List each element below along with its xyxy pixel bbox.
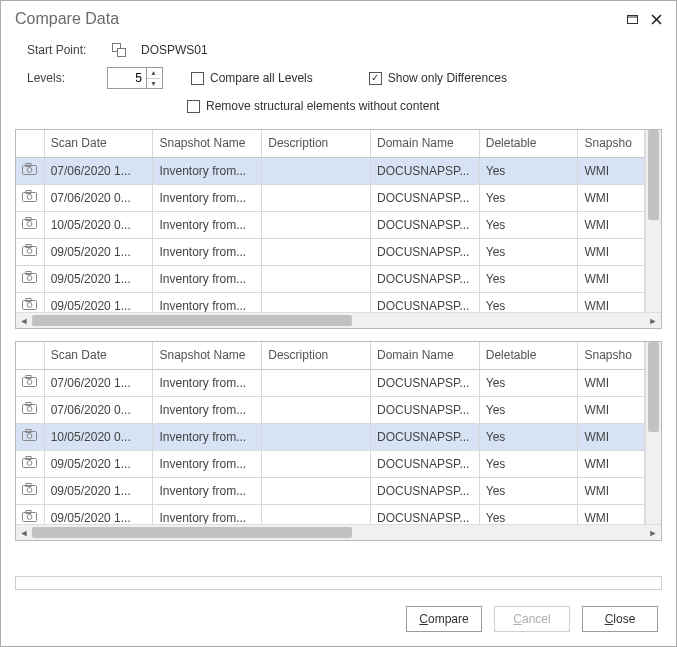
cell-domain-name: DOCUSNAPSP... (370, 238, 479, 265)
cell-scan-date: 10/05/2020 0... (44, 211, 153, 238)
dialog-title: Compare Data (15, 10, 618, 28)
cell-snapshot-name: Inventory from... (153, 265, 262, 292)
scroll-right-icon[interactable]: ► (645, 313, 661, 329)
remove-structural-label: Remove structural elements without conte… (206, 99, 439, 113)
svg-point-41 (27, 515, 32, 520)
cell-snapshot-type: WMI (578, 477, 645, 504)
cell-scan-date: 09/05/2020 1... (44, 504, 153, 524)
maximize-button[interactable] (622, 9, 642, 29)
snapshot-grid-bottom[interactable]: Scan DateSnapshot NameDescriptionDomain … (15, 341, 662, 541)
cell-snapshot-name: Inventory from... (153, 238, 262, 265)
cell-scan-date: 09/05/2020 1... (44, 238, 153, 265)
svg-point-29 (27, 407, 32, 412)
cell-snapshot-name: Inventory from... (153, 211, 262, 238)
vertical-scrollbar[interactable] (645, 130, 661, 312)
col-description[interactable]: Description (262, 342, 371, 369)
checkbox-box-icon (187, 100, 200, 113)
close-button[interactable]: Close (582, 606, 658, 632)
table-row[interactable]: 10/05/2020 0...Inventory from...DOCUSNAP… (16, 423, 645, 450)
svg-point-11 (27, 195, 32, 200)
scroll-left-icon[interactable]: ◄ (16, 313, 32, 329)
cell-snapshot-name: Inventory from... (153, 396, 262, 423)
table-row[interactable]: 09/05/2020 1...Inventory from...DOCUSNAP… (16, 504, 645, 524)
cell-snapshot-type: WMI (578, 211, 645, 238)
col-scan-date[interactable]: Scan Date (44, 342, 153, 369)
col-icon[interactable] (16, 342, 44, 369)
cell-snapshot-name: Inventory from... (153, 477, 262, 504)
camera-icon (16, 396, 44, 423)
checkbox-box-icon (191, 72, 204, 85)
cell-deletable: Yes (479, 184, 578, 211)
table-row[interactable]: 07/06/2020 0...Inventory from...DOCUSNAP… (16, 396, 645, 423)
camera-icon (16, 238, 44, 265)
table-row[interactable]: 09/05/2020 1...Inventory from...DOCUSNAP… (16, 265, 645, 292)
vertical-scrollbar[interactable] (645, 342, 661, 524)
snapshot-grid-top[interactable]: Scan DateSnapshot NameDescriptionDomain … (15, 129, 662, 329)
close-icon[interactable] (646, 9, 666, 29)
camera-icon (16, 157, 44, 184)
table-row[interactable]: 07/06/2020 0...Inventory from...DOCUSNAP… (16, 184, 645, 211)
cell-description (262, 396, 371, 423)
col-deletable[interactable]: Deletable (479, 130, 578, 157)
col-snapshot-type[interactable]: Snapsho (578, 130, 645, 157)
cell-description (262, 369, 371, 396)
levels-input[interactable] (108, 70, 146, 86)
cell-scan-date: 07/06/2020 1... (44, 157, 153, 184)
cell-description (262, 292, 371, 312)
scroll-left-icon[interactable]: ◄ (16, 525, 32, 541)
table-row[interactable]: 09/05/2020 1...Inventory from...DOCUSNAP… (16, 477, 645, 504)
cell-description (262, 238, 371, 265)
cell-snapshot-name: Inventory from... (153, 369, 262, 396)
table-row[interactable]: 09/05/2020 1...Inventory from...DOCUSNAP… (16, 292, 645, 312)
cell-description (262, 265, 371, 292)
cell-scan-date: 09/05/2020 1... (44, 477, 153, 504)
cell-scan-date: 07/06/2020 0... (44, 396, 153, 423)
col-domain-name[interactable]: Domain Name (370, 130, 479, 157)
cell-snapshot-type: WMI (578, 157, 645, 184)
col-deletable[interactable]: Deletable (479, 342, 578, 369)
cell-snapshot-name: Inventory from... (153, 292, 262, 312)
compare-button[interactable]: Compare (406, 606, 482, 632)
table-row[interactable]: 10/05/2020 0...Inventory from...DOCUSNAP… (16, 211, 645, 238)
compare-all-levels-checkbox[interactable]: Compare all Levels (191, 71, 313, 85)
col-domain-name[interactable]: Domain Name (370, 342, 479, 369)
cell-domain-name: DOCUSNAPSP... (370, 477, 479, 504)
cancel-button: Cancel (494, 606, 570, 632)
camera-icon (16, 477, 44, 504)
col-icon[interactable] (16, 130, 44, 157)
cell-domain-name: DOCUSNAPSP... (370, 504, 479, 524)
cell-snapshot-type: WMI (578, 396, 645, 423)
svg-rect-5 (117, 49, 125, 57)
scroll-right-icon[interactable]: ► (645, 525, 661, 541)
col-snapshot-name[interactable]: Snapshot Name (153, 130, 262, 157)
col-snapshot-name[interactable]: Snapshot Name (153, 342, 262, 369)
camera-icon (16, 423, 44, 450)
table-row[interactable]: 09/05/2020 1...Inventory from...DOCUSNAP… (16, 238, 645, 265)
horizontal-scrollbar[interactable]: ◄► (16, 312, 661, 328)
cell-snapshot-type: WMI (578, 265, 645, 292)
col-snapshot-type[interactable]: Snapsho (578, 342, 645, 369)
compare-data-dialog: Compare Data Start Point: DOSPWS01 Level… (0, 0, 677, 647)
camera-icon (16, 211, 44, 238)
start-point-label: Start Point: (27, 43, 107, 57)
table-row[interactable]: 07/06/2020 1...Inventory from...DOCUSNAP… (16, 369, 645, 396)
col-description[interactable]: Description (262, 130, 371, 157)
show-only-differences-checkbox[interactable]: ✓ Show only Differences (369, 71, 507, 85)
cell-snapshot-type: WMI (578, 504, 645, 524)
levels-stepper[interactable]: ▲ ▼ (107, 67, 163, 89)
cell-description (262, 157, 371, 184)
svg-point-20 (27, 276, 32, 281)
remove-structural-checkbox[interactable]: Remove structural elements without conte… (187, 99, 439, 113)
start-point-value: DOSPWS01 (141, 43, 208, 57)
levels-up-button[interactable]: ▲ (147, 68, 160, 79)
col-scan-date[interactable]: Scan Date (44, 130, 153, 157)
levels-down-button[interactable]: ▼ (147, 79, 160, 89)
show-only-differences-label: Show only Differences (388, 71, 507, 85)
cell-deletable: Yes (479, 477, 578, 504)
cell-snapshot-type: WMI (578, 292, 645, 312)
status-bar (15, 576, 662, 590)
horizontal-scrollbar[interactable]: ◄► (16, 524, 661, 540)
table-row[interactable]: 09/05/2020 1...Inventory from...DOCUSNAP… (16, 450, 645, 477)
cell-description (262, 504, 371, 524)
table-row[interactable]: 07/06/2020 1...Inventory from...DOCUSNAP… (16, 157, 645, 184)
